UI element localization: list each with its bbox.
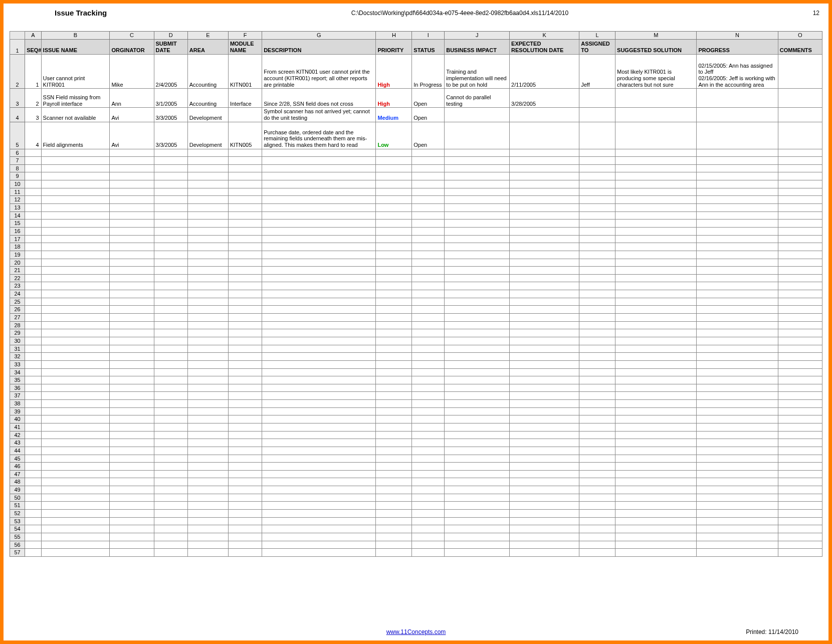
cell-empty[interactable] bbox=[25, 267, 41, 275]
cell-empty[interactable] bbox=[376, 290, 412, 298]
cell-empty[interactable] bbox=[579, 478, 615, 486]
cell-empty[interactable] bbox=[697, 447, 778, 455]
cell-empty[interactable] bbox=[262, 188, 376, 196]
cell-empty[interactable] bbox=[154, 337, 187, 345]
cell-empty[interactable] bbox=[25, 407, 41, 415]
cell-empty[interactable] bbox=[154, 415, 187, 423]
row-header[interactable]: 28 bbox=[10, 321, 25, 329]
row-header[interactable]: 26 bbox=[10, 306, 25, 314]
cell-empty[interactable] bbox=[228, 463, 262, 471]
cell-empty[interactable] bbox=[615, 251, 697, 259]
cell-empty[interactable] bbox=[615, 494, 697, 502]
cell-empty[interactable] bbox=[154, 306, 187, 314]
cell-empty[interactable] bbox=[262, 549, 376, 557]
cell-empty[interactable] bbox=[615, 204, 697, 212]
cell-empty[interactable] bbox=[376, 368, 412, 376]
row-header[interactable]: 56 bbox=[10, 541, 25, 549]
cell-empty[interactable] bbox=[110, 188, 154, 196]
cell-empty[interactable] bbox=[228, 517, 262, 525]
cell-empty[interactable] bbox=[615, 290, 697, 298]
cell-empty[interactable] bbox=[154, 298, 187, 306]
cell-empty[interactable] bbox=[187, 431, 228, 439]
cell-issue_name[interactable]: Field alignments bbox=[41, 122, 110, 149]
cell-empty[interactable] bbox=[228, 251, 262, 259]
cell-empty[interactable] bbox=[697, 478, 778, 486]
cell-empty[interactable] bbox=[697, 431, 778, 439]
cell-empty[interactable] bbox=[412, 525, 445, 533]
cell-empty[interactable] bbox=[228, 486, 262, 494]
cell-empty[interactable] bbox=[510, 290, 579, 298]
cell-empty[interactable] bbox=[615, 423, 697, 431]
cell-empty[interactable] bbox=[579, 172, 615, 180]
cell-empty[interactable] bbox=[579, 510, 615, 518]
row-header[interactable]: 51 bbox=[10, 502, 25, 510]
cell-empty[interactable] bbox=[579, 525, 615, 533]
cell-empty[interactable] bbox=[110, 486, 154, 494]
cell-empty[interactable] bbox=[228, 282, 262, 290]
cell-empty[interactable] bbox=[110, 329, 154, 337]
cell-empty[interactable] bbox=[412, 188, 445, 196]
cell-empty[interactable] bbox=[154, 517, 187, 525]
cell-empty[interactable] bbox=[25, 243, 41, 251]
cell-empty[interactable] bbox=[41, 510, 110, 518]
cell-empty[interactable] bbox=[228, 455, 262, 463]
cell-empty[interactable] bbox=[41, 494, 110, 502]
cell-empty[interactable] bbox=[579, 423, 615, 431]
cell-empty[interactable] bbox=[579, 243, 615, 251]
cell-empty[interactable] bbox=[697, 502, 778, 510]
cell-empty[interactable] bbox=[262, 282, 376, 290]
cell-empty[interactable] bbox=[262, 541, 376, 549]
cell-submit_date[interactable]: 3/1/2005 bbox=[154, 89, 187, 108]
row-header[interactable]: 8 bbox=[10, 164, 25, 172]
cell-empty[interactable] bbox=[228, 235, 262, 243]
cell-empty[interactable] bbox=[154, 392, 187, 400]
cell-empty[interactable] bbox=[778, 157, 822, 165]
cell-empty[interactable] bbox=[412, 400, 445, 408]
cell-empty[interactable] bbox=[262, 290, 376, 298]
cell-empty[interactable] bbox=[228, 259, 262, 267]
cell-empty[interactable] bbox=[697, 188, 778, 196]
cell-empty[interactable] bbox=[187, 439, 228, 447]
cell-empty[interactable] bbox=[778, 533, 822, 541]
cell-empty[interactable] bbox=[510, 376, 579, 384]
cell-empty[interactable] bbox=[778, 235, 822, 243]
cell-empty[interactable] bbox=[25, 384, 41, 392]
cell-empty[interactable] bbox=[445, 439, 510, 447]
row-header[interactable]: 17 bbox=[10, 235, 25, 243]
row-header[interactable]: 49 bbox=[10, 486, 25, 494]
cell-empty[interactable] bbox=[262, 502, 376, 510]
cell-empty[interactable] bbox=[412, 298, 445, 306]
cell-empty[interactable] bbox=[412, 423, 445, 431]
cell-empty[interactable] bbox=[41, 259, 110, 267]
cell-empty[interactable] bbox=[697, 486, 778, 494]
cell-empty[interactable] bbox=[154, 251, 187, 259]
cell-empty[interactable] bbox=[41, 314, 110, 322]
cell-empty[interactable] bbox=[778, 517, 822, 525]
cell-empty[interactable] bbox=[615, 486, 697, 494]
cell-empty[interactable] bbox=[110, 211, 154, 220]
cell-empty[interactable] bbox=[376, 329, 412, 337]
cell-empty[interactable] bbox=[778, 314, 822, 322]
cell-empty[interactable] bbox=[187, 306, 228, 314]
cell-empty[interactable] bbox=[262, 220, 376, 228]
cell-empty[interactable] bbox=[510, 549, 579, 557]
cell-empty[interactable] bbox=[445, 455, 510, 463]
cell-empty[interactable] bbox=[697, 243, 778, 251]
cell-empty[interactable] bbox=[778, 337, 822, 345]
cell-empty[interactable] bbox=[697, 235, 778, 243]
cell-empty[interactable] bbox=[697, 549, 778, 557]
cell-empty[interactable] bbox=[579, 447, 615, 455]
cell-priority[interactable]: High bbox=[376, 89, 412, 108]
cell-empty[interactable] bbox=[154, 541, 187, 549]
cell-empty[interactable] bbox=[778, 180, 822, 188]
cell-empty[interactable] bbox=[778, 220, 822, 228]
cell-empty[interactable] bbox=[154, 180, 187, 188]
cell-empty[interactable] bbox=[412, 180, 445, 188]
cell-empty[interactable] bbox=[25, 392, 41, 400]
cell-empty[interactable] bbox=[376, 431, 412, 439]
cell-empty[interactable] bbox=[412, 407, 445, 415]
cell-empty[interactable] bbox=[41, 470, 110, 478]
cell-empty[interactable] bbox=[697, 164, 778, 172]
cell-empty[interactable] bbox=[228, 439, 262, 447]
row-header[interactable]: 37 bbox=[10, 392, 25, 400]
